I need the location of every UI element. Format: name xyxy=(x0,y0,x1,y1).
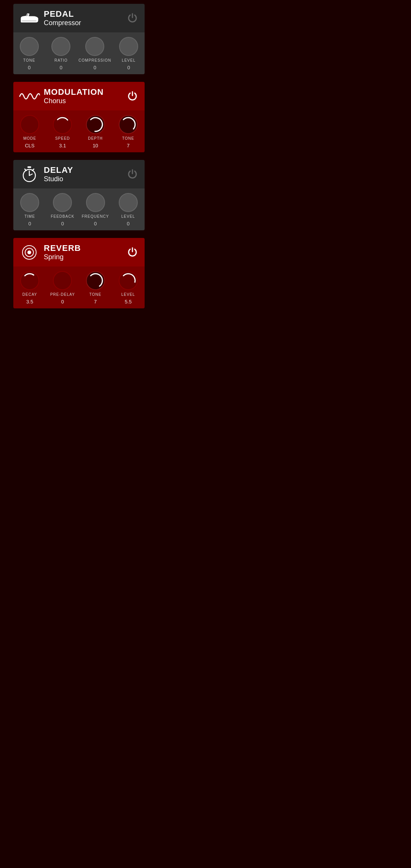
power-button-modulation[interactable] xyxy=(125,89,140,104)
icon-shoe xyxy=(18,11,41,26)
knob-label-pedal-0: TONE xyxy=(23,58,35,62)
knob-modulation-2[interactable] xyxy=(86,115,105,134)
knob-value-pedal-2: 0 xyxy=(94,65,96,70)
knob-cell-modulation-2[interactable]: DEPTH10 xyxy=(79,110,112,152)
section-header-modulation: MODULATION Chorus xyxy=(13,82,145,110)
section-header-delay: DELAY Studio xyxy=(13,160,145,188)
knob-label-delay-3: LEVEL xyxy=(121,214,135,219)
svg-rect-0 xyxy=(22,20,36,21)
knob-cell-pedal-1[interactable]: RATIO0 xyxy=(45,32,77,74)
knob-delay-2[interactable] xyxy=(86,193,105,212)
knob-reverb-0[interactable] xyxy=(20,271,39,290)
knob-pedal-0[interactable] xyxy=(20,37,39,56)
section-delay: DELAY Studio TIME0FEEDBACK0FREQUENCY0LEV… xyxy=(13,160,145,230)
svg-line-5 xyxy=(25,169,26,171)
power-button-reverb[interactable] xyxy=(125,245,140,260)
knob-modulation-0[interactable] xyxy=(20,115,39,134)
section-header-reverb: REVERB Spring xyxy=(13,238,145,266)
power-button-delay[interactable] xyxy=(125,167,140,182)
main-content: PEDAL Compressor TONE0RATIO0COMPRESSION0… xyxy=(11,0,148,316)
knob-cell-pedal-0[interactable]: TONE0 xyxy=(13,32,45,74)
knob-row-pedal: TONE0RATIO0COMPRESSION0LEVEL0 xyxy=(13,32,145,74)
knob-value-modulation-0: CLS xyxy=(25,143,34,148)
section-subtype-reverb: Spring xyxy=(44,253,125,261)
knob-delay-3[interactable] xyxy=(119,193,138,212)
knob-label-reverb-2: TONE xyxy=(89,292,102,297)
section-type-modulation: MODULATION xyxy=(44,87,125,97)
knob-label-pedal-1: RATIO xyxy=(54,58,68,62)
knob-modulation-1[interactable] xyxy=(53,115,72,134)
knob-cell-delay-1[interactable]: FEEDBACK0 xyxy=(46,188,79,230)
knob-value-pedal-3: 0 xyxy=(127,65,130,70)
knob-label-modulation-3: TONE xyxy=(122,136,134,140)
knob-cell-delay-0[interactable]: TIME0 xyxy=(13,188,46,230)
knob-reverb-2[interactable] xyxy=(86,271,105,290)
svg-point-7 xyxy=(27,251,31,254)
knob-cell-pedal-2[interactable]: COMPRESSION0 xyxy=(77,32,113,74)
knob-label-delay-1: FEEDBACK xyxy=(51,214,74,219)
knob-cell-delay-3[interactable]: LEVEL0 xyxy=(112,188,145,230)
knob-value-delay-0: 0 xyxy=(29,221,31,227)
knob-reverb-1[interactable] xyxy=(53,271,72,290)
knob-cell-reverb-2[interactable]: TONE7 xyxy=(79,266,112,308)
svg-rect-1 xyxy=(27,166,31,168)
knob-row-reverb: DECAY3.5PRE-DELAY0 TONE7 LEVEL5.5 xyxy=(13,266,145,308)
knob-delay-1[interactable] xyxy=(53,193,72,212)
header-text-delay: DELAY Studio xyxy=(41,165,125,183)
knob-value-modulation-2: 10 xyxy=(92,143,98,148)
knob-label-modulation-0: MODE xyxy=(23,136,36,140)
knob-label-reverb-3: LEVEL xyxy=(121,292,135,297)
knob-cell-pedal-3[interactable]: LEVEL0 xyxy=(113,32,145,74)
knob-value-pedal-1: 0 xyxy=(60,65,62,70)
section-pedal: PEDAL Compressor TONE0RATIO0COMPRESSION0… xyxy=(13,4,145,74)
icon-wave xyxy=(18,89,41,104)
knob-cell-delay-2[interactable]: FREQUENCY0 xyxy=(79,188,112,230)
knob-label-pedal-2: COMPRESSION xyxy=(78,58,111,62)
knob-value-delay-1: 0 xyxy=(61,221,64,227)
icon-stopwatch xyxy=(18,166,41,183)
section-subtype-delay: Studio xyxy=(44,175,125,183)
knob-value-reverb-1: 0 xyxy=(61,299,64,305)
knob-value-reverb-2: 7 xyxy=(94,299,97,305)
knob-row-delay: TIME0FEEDBACK0FREQUENCY0LEVEL0 xyxy=(13,188,145,230)
knob-cell-reverb-3[interactable]: LEVEL5.5 xyxy=(112,266,145,308)
section-header-pedal: PEDAL Compressor xyxy=(13,4,145,32)
knob-value-modulation-3: 7 xyxy=(127,143,129,148)
knob-value-delay-3: 0 xyxy=(127,221,129,227)
svg-line-6 xyxy=(32,169,34,171)
knob-label-delay-2: FREQUENCY xyxy=(82,214,109,219)
knob-label-modulation-1: SPEED xyxy=(55,136,70,140)
knob-value-modulation-1: 3.1 xyxy=(59,143,66,148)
knob-cell-modulation-1[interactable]: SPEED3.1 xyxy=(46,110,79,152)
knob-label-reverb-0: DECAY xyxy=(22,292,37,297)
knob-label-modulation-2: DEPTH xyxy=(88,136,103,140)
section-type-pedal: PEDAL xyxy=(44,9,125,19)
knob-cell-reverb-1[interactable]: PRE-DELAY0 xyxy=(46,266,79,308)
knob-pedal-1[interactable] xyxy=(51,37,70,56)
header-text-reverb: REVERB Spring xyxy=(41,243,125,261)
header-text-pedal: PEDAL Compressor xyxy=(41,9,125,27)
knob-value-pedal-0: 0 xyxy=(28,65,30,70)
knob-delay-0[interactable] xyxy=(20,193,39,212)
knob-pedal-3[interactable] xyxy=(119,37,138,56)
power-button-pedal[interactable] xyxy=(125,11,140,26)
knob-value-delay-2: 0 xyxy=(94,221,97,227)
section-type-reverb: REVERB xyxy=(44,243,125,253)
knob-value-reverb-0: 3.5 xyxy=(26,299,33,305)
knob-pedal-2[interactable] xyxy=(85,37,104,56)
section-subtype-modulation: Chorus xyxy=(44,97,125,105)
header-text-modulation: MODULATION Chorus xyxy=(41,87,125,105)
knob-label-pedal-3: LEVEL xyxy=(122,58,135,62)
knob-value-reverb-3: 5.5 xyxy=(125,299,132,305)
section-modulation: MODULATION Chorus MODECLS SPEED3.1 DEPTH… xyxy=(13,82,145,152)
section-subtype-pedal: Compressor xyxy=(44,19,125,27)
knob-cell-modulation-3[interactable]: TONE7 xyxy=(112,110,145,152)
knob-cell-reverb-0[interactable]: DECAY3.5 xyxy=(13,266,46,308)
knob-cell-modulation-0[interactable]: MODECLS xyxy=(13,110,46,152)
knob-row-modulation: MODECLS SPEED3.1 DEPTH10 TONE7 xyxy=(13,110,145,152)
knob-modulation-3[interactable] xyxy=(119,115,138,134)
knob-label-delay-0: TIME xyxy=(24,214,35,219)
knob-reverb-3[interactable] xyxy=(119,271,138,290)
knob-label-reverb-1: PRE-DELAY xyxy=(50,292,75,297)
section-type-delay: DELAY xyxy=(44,165,125,175)
